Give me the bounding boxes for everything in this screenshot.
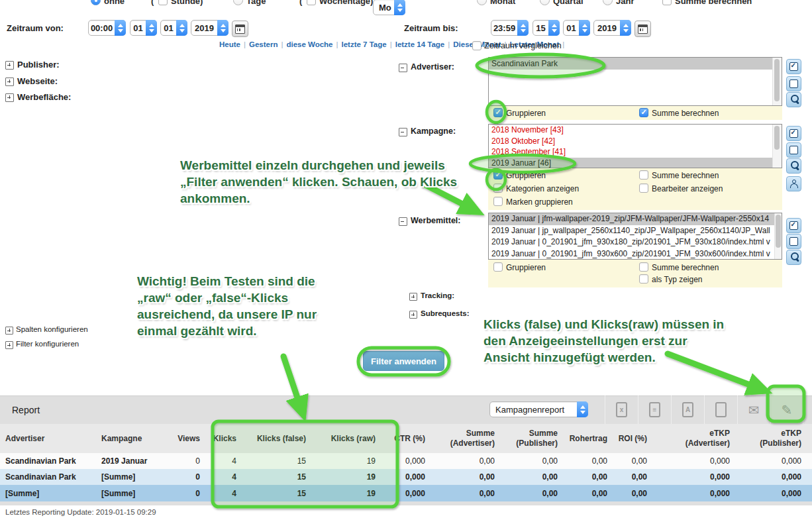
to-time-spinner[interactable]: 23:59 (491, 20, 529, 36)
werbemittel-typ-checkbox[interactable] (639, 274, 648, 284)
interval-check-stunde[interactable] (158, 0, 168, 5)
expand-werbeflaeche-icon[interactable] (5, 93, 14, 102)
werbemittel-select-all-button[interactable] (786, 218, 801, 233)
werbemittel-listbox[interactable]: 2019 Januar | jfm-wallpaper-2019_zip/JFM… (488, 213, 782, 260)
stepper-buttons-icon[interactable] (217, 20, 228, 36)
deselect-icon (789, 79, 798, 88)
expand-filter-icon[interactable] (5, 341, 13, 349)
link-diese-woche[interactable]: diese Woche (286, 40, 332, 48)
stepper-buttons-icon[interactable] (146, 20, 157, 36)
stepper-buttons-icon[interactable] (176, 20, 187, 36)
kampagne-user-button[interactable] (786, 176, 801, 191)
scrollbar-thumb[interactable] (774, 59, 780, 101)
list-item-werbemittel-selected[interactable]: 2019 Januar | jfm-wallpaper-2019_zip/JFM… (489, 213, 778, 225)
expand-tracking-icon[interactable] (409, 293, 417, 301)
scrollbar-thumb[interactable] (776, 215, 781, 248)
to-calendar-button[interactable] (634, 21, 651, 37)
list-item-kampagne[interactable]: 2018 September [41] (489, 146, 776, 158)
scrollbar-thumb[interactable] (774, 126, 780, 150)
export-text-button[interactable]: ≡ (638, 395, 671, 424)
link-heute[interactable]: Heute (219, 40, 240, 48)
envelope-icon: ✉ (748, 403, 760, 417)
weekday-select[interactable]: Mo (373, 0, 405, 15)
from-month-spinner[interactable]: 01 (160, 20, 187, 36)
interval-radio-tage[interactable] (233, 0, 243, 5)
collapse-advertiser-icon[interactable] (399, 64, 407, 72)
advertiser-gruppieren-checkbox[interactable] (493, 108, 503, 117)
email-report-button[interactable]: ✉ (737, 395, 770, 424)
scrollbar[interactable] (772, 125, 782, 168)
werbemittel-deselect-button[interactable] (786, 234, 801, 249)
export-excel-button[interactable]: x (605, 395, 638, 424)
link-gestern[interactable]: Gestern (249, 40, 278, 48)
expand-publisher-icon[interactable] (5, 61, 14, 70)
stepper-buttons-icon[interactable] (115, 20, 126, 36)
list-item-kampagne[interactable]: 2018 November [43] (489, 125, 776, 136)
list-item-advertiser[interactable]: Scandinavian Park (489, 58, 776, 70)
advertiser-listbox[interactable]: Scandinavian Park (488, 57, 782, 106)
compare-range-checkbox[interactable] (472, 41, 482, 50)
expand-webseite-icon[interactable] (5, 78, 14, 86)
kampagne-select-all-button[interactable] (786, 126, 801, 141)
to-day-spinner[interactable]: 15 (533, 20, 560, 36)
list-item-werbemittel[interactable]: 2019 Januar | 0_201901_jfm_930x180_zip/2… (489, 236, 778, 248)
werbemittel-gruppieren-checkbox[interactable] (493, 262, 503, 272)
kampagne-summe-checkbox[interactable] (639, 170, 648, 180)
list-item-kampagne-selected[interactable]: 2019 Januar [46] (489, 158, 776, 169)
interval-radio-ohne[interactable] (91, 0, 101, 5)
stepper-buttons-icon[interactable] (577, 401, 588, 417)
interval-radio-jahr[interactable] (603, 0, 613, 5)
expand-subrequests-icon[interactable] (409, 311, 417, 319)
interval-radio-monat[interactable] (477, 0, 487, 5)
report-type-select[interactable]: Kampagnenreport (489, 401, 588, 417)
filter-konfigurieren-link[interactable]: Filter konfigurieren (16, 340, 79, 348)
link-letzte-14-tage[interactable]: letzte 14 Tage (395, 40, 445, 48)
filter-anwenden-button[interactable]: Filter anwenden (363, 351, 444, 371)
kampagne-listbox[interactable]: 2018 November [43] 2018 Oktober [42] 201… (488, 124, 782, 168)
subrequests-section-label: Subrequests: (421, 309, 470, 317)
werbemittel-summe-checkbox[interactable] (639, 262, 648, 272)
pencil-icon: ✎ (782, 403, 793, 417)
stepper-buttons-icon[interactable] (517, 20, 529, 36)
werbemittel-search-button[interactable] (786, 250, 801, 265)
stepper-buttons-icon[interactable] (394, 0, 405, 15)
to-year-spinner[interactable]: 2019 (593, 20, 631, 36)
scrollbar[interactable] (772, 58, 782, 105)
interval-check-wochentage[interactable] (307, 0, 316, 5)
interval-radio-quartal[interactable] (540, 0, 550, 5)
stepper-buttons-icon[interactable] (620, 20, 631, 36)
export-pdf-button[interactable]: A (671, 395, 704, 424)
from-time-spinner[interactable]: 00:00 (88, 20, 126, 36)
list-item-werbemittel[interactable]: 2019 Januar | 0_201901_jfm_930x600_zip/2… (489, 248, 778, 260)
collapse-kampagne-icon[interactable] (399, 128, 407, 136)
from-calendar-button[interactable] (232, 21, 248, 37)
advertiser-select-all-button[interactable] (786, 59, 801, 74)
from-day-spinner[interactable]: 01 (130, 20, 157, 36)
kampagne-search-button[interactable] (786, 158, 801, 174)
advertiser-search-button[interactable] (786, 92, 801, 107)
collapse-werbemittel-icon[interactable] (399, 217, 407, 226)
from-year-spinner[interactable]: 2019 (191, 20, 228, 36)
spalten-konfigurieren-link[interactable]: Spalten konfigurieren (16, 325, 88, 333)
to-month-spinner[interactable]: 01 (563, 20, 590, 36)
expand-spalten-icon[interactable] (5, 327, 13, 335)
kampagne-gruppieren-checkbox[interactable] (493, 170, 503, 180)
export-file-button[interactable] (704, 395, 737, 424)
edit-view-button[interactable]: ✎ (770, 395, 803, 424)
scrollbar[interactable] (774, 213, 782, 259)
interval-check-summe[interactable] (662, 0, 672, 5)
kampagne-bearbeiter-checkbox[interactable] (639, 183, 648, 193)
report-type-value: Kampagnenreport (490, 405, 577, 415)
link-letzte-7-tage[interactable]: letzte 7 Tage (342, 40, 387, 48)
kampagne-marken-checkbox[interactable] (493, 197, 503, 206)
advertiser-deselect-button[interactable] (786, 76, 801, 91)
paren-open: ( (299, 0, 302, 6)
interval-check-stunde-label: Stunde) (171, 0, 203, 6)
stepper-buttons-icon[interactable] (548, 20, 560, 36)
list-item-kampagne[interactable]: 2018 Oktober [42] (489, 136, 776, 147)
kampagne-deselect-button[interactable] (786, 142, 801, 158)
stepper-buttons-icon[interactable] (579, 20, 590, 36)
list-item-werbemittel[interactable]: 2019 Januar | jp_wallpaper_2560x1140_zip… (489, 225, 778, 237)
advertiser-summe-checkbox[interactable] (639, 108, 648, 117)
kampagne-kategorien-checkbox[interactable] (493, 183, 503, 193)
